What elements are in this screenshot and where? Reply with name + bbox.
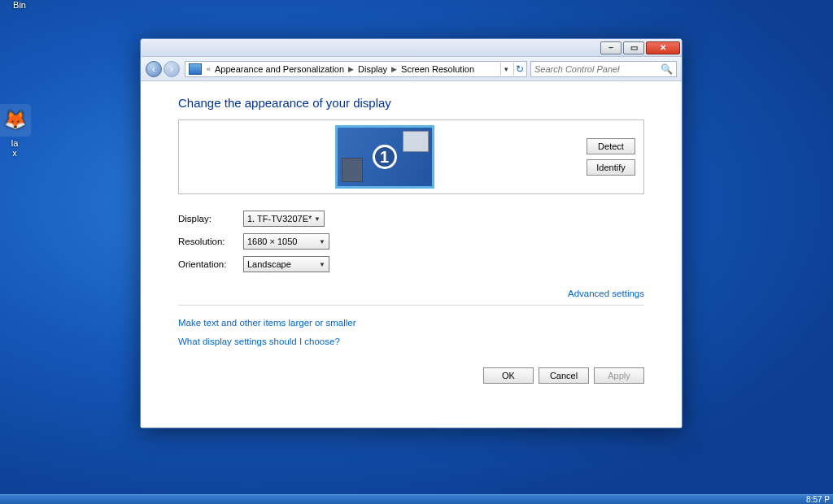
resolution-select[interactable]: 1680 × 1050 ▼: [243, 233, 329, 250]
dialog-buttons: OK Cancel Apply: [178, 367, 644, 384]
address-bar: ‹ › « Appearance and Personalization ▶ D…: [141, 57, 682, 81]
control-panel-icon: [189, 63, 202, 75]
chevron-down-icon: ▼: [319, 238, 325, 245]
row-resolution: Resolution: 1680 × 1050 ▼: [178, 230, 644, 253]
display-value: 1. TF-TV3207E*: [247, 214, 312, 224]
identify-button[interactable]: Identify: [587, 159, 635, 176]
search-box[interactable]: 🔍: [530, 61, 677, 77]
taskbar-clock: 8:57 P: [806, 495, 830, 504]
cancel-button[interactable]: Cancel: [539, 367, 589, 384]
window-maximize-button[interactable]: ▭: [623, 41, 644, 54]
display-preview-area: 1 Detect Identify: [178, 119, 644, 194]
firefox-label-1: la: [0, 138, 34, 148]
orientation-value: Landscape: [247, 259, 291, 269]
detect-button[interactable]: Detect: [587, 138, 635, 154]
taskbar[interactable]: 8:57 P: [0, 494, 833, 504]
display-label: Display:: [178, 214, 243, 224]
chevron-down-icon: ▼: [314, 215, 321, 223]
nav-forward-button[interactable]: ›: [164, 61, 180, 77]
advanced-settings-link[interactable]: Advanced settings: [568, 289, 644, 298]
chevron-right-icon: ▶: [347, 65, 355, 73]
orientation-label: Orientation:: [178, 259, 243, 269]
breadcrumb-item-display[interactable]: Display: [355, 64, 390, 74]
chevron-down-icon: ▼: [319, 261, 325, 268]
row-display: Display: 1. TF-TV3207E* ▼: [178, 207, 644, 230]
desktop-icon-recycle-bin[interactable]: Bin: [0, 0, 39, 10]
page-content: Change the appearance of your display 1 …: [141, 81, 682, 428]
row-orientation: Orientation: Landscape ▼: [178, 253, 644, 276]
page-title: Change the appearance of your display: [178, 96, 644, 110]
breadcrumb-item-appearance[interactable]: Appearance and Personalization: [212, 64, 347, 74]
refresh-button[interactable]: ↻: [513, 63, 525, 76]
link-text-size[interactable]: Make text and other items larger or smal…: [178, 318, 356, 328]
search-icon[interactable]: 🔍: [661, 63, 673, 75]
window-minimize-button[interactable]: –: [600, 41, 621, 54]
resolution-label: Resolution:: [178, 237, 243, 246]
window-close-button[interactable]: ✕: [646, 41, 680, 54]
breadcrumb[interactable]: « Appearance and Personalization ▶ Displ…: [185, 61, 527, 77]
link-help-settings[interactable]: What display settings should I choose?: [178, 337, 340, 346]
display-select[interactable]: 1. TF-TV3207E* ▼: [243, 211, 325, 227]
breadcrumb-prefix: «: [205, 65, 212, 73]
resolution-value: 1680 × 1050: [247, 237, 297, 246]
apply-button[interactable]: Apply: [594, 367, 644, 384]
recycle-bin-label: Bin: [0, 0, 39, 10]
orientation-select[interactable]: Landscape ▼: [243, 256, 329, 272]
firefox-label-2: x: [0, 148, 34, 158]
desktop-icon-firefox[interactable]: 🦊 la x: [0, 104, 34, 158]
ok-button[interactable]: OK: [483, 367, 534, 384]
monitor-thumbnail[interactable]: 1: [335, 125, 434, 189]
firefox-icon: 🦊: [0, 104, 31, 137]
control-panel-window: – ▭ ✕ ‹ › « Appearance and Personalizati…: [140, 38, 683, 428]
breadcrumb-item-screenresolution[interactable]: Screen Resolution: [399, 64, 477, 74]
address-dropdown-button[interactable]: ▾: [500, 63, 512, 76]
nav-back-button[interactable]: ‹: [146, 61, 162, 77]
search-input[interactable]: [534, 64, 661, 74]
monitor-number-badge: 1: [373, 145, 397, 169]
divider: [178, 305, 644, 306]
chevron-right-icon: ▶: [390, 65, 399, 73]
window-titlebar[interactable]: – ▭ ✕: [141, 39, 682, 57]
